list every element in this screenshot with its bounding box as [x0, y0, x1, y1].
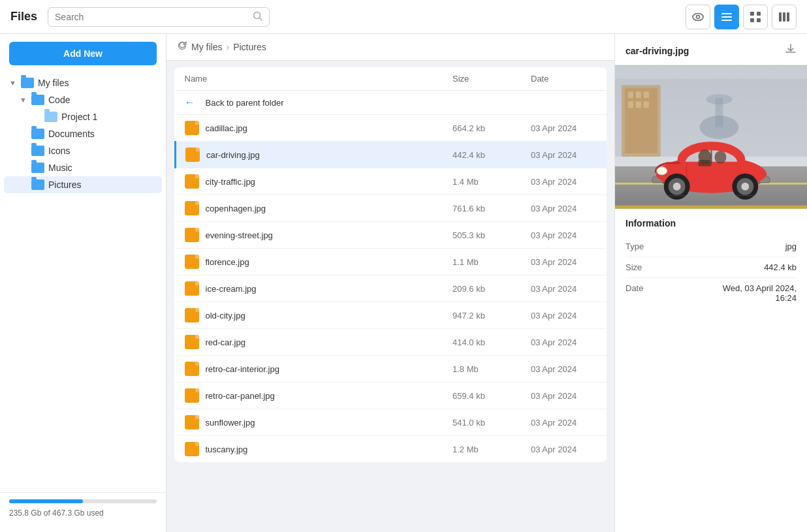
- svg-rect-7: [750, 12, 754, 16]
- eye-view-button[interactable]: [686, 5, 710, 29]
- table-row[interactable]: red-car.jpg414.0 kb03 Apr 2024: [176, 329, 607, 356]
- file-name: ice-cream.jpg: [206, 284, 257, 294]
- file-name-cell: florence.jpg: [176, 249, 444, 275]
- search-icon: [253, 11, 262, 23]
- file-name: retro-car-panel.jpg: [206, 391, 275, 401]
- file-date: 03 Apr 2024: [522, 249, 607, 275]
- file-size: 1.8 Mb: [443, 356, 522, 383]
- detail-info-section: Information Type jpg Size 442.4 kb Date …: [615, 209, 807, 317]
- table-row[interactable]: sunflower.jpg541.0 kb03 Apr 2024: [176, 409, 607, 436]
- svg-rect-8: [757, 12, 761, 16]
- breadcrumb-bar: My files › Pictures: [166, 34, 614, 61]
- file-type-icon: [185, 255, 199, 269]
- info-date-row: Date Wed, 03 April 2024, 16:24: [625, 278, 797, 308]
- app-title: Files: [10, 10, 37, 23]
- svg-line-1: [260, 18, 262, 20]
- back-arrow-icon: ←: [185, 97, 195, 108]
- sidebar-item-music[interactable]: ▶ Music: [4, 159, 162, 176]
- col-date: Date: [522, 67, 607, 91]
- file-type-icon: [185, 201, 199, 215]
- chevron-down-icon: ▼: [9, 79, 17, 87]
- file-name: sunflower.jpg: [206, 418, 255, 428]
- main-panel: My files › Pictures Name Size Date: [166, 34, 614, 532]
- storage-label: 235.8 Gb of 467.3 Gb used: [9, 509, 104, 518]
- file-name-cell: sunflower.jpg: [176, 409, 444, 436]
- sidebar-item-my-files[interactable]: ▼ My files: [4, 74, 162, 91]
- columns-view-button[interactable]: [772, 5, 797, 29]
- file-name: florence.jpg: [206, 257, 249, 267]
- file-name: retro-car-interior.jpg: [206, 364, 279, 374]
- sidebar-item-label: Pictures: [48, 180, 82, 190]
- grid-view-button[interactable]: [743, 5, 768, 29]
- topbar: Files: [0, 0, 807, 34]
- detail-header: car-driving.jpg: [615, 34, 807, 65]
- svg-rect-22: [636, 101, 641, 108]
- file-date: 03 Apr 2024: [522, 436, 607, 463]
- sidebar-item-label: My files: [38, 78, 69, 88]
- svg-point-38: [741, 183, 749, 191]
- type-label: Type: [625, 242, 644, 251]
- table-row[interactable]: ice-cream.jpg209.6 kb03 Apr 2024: [176, 275, 607, 302]
- folder-icon: [31, 180, 44, 190]
- table-row[interactable]: old-city.jpg947.2 kb03 Apr 2024: [176, 302, 607, 329]
- file-table: Name Size Date ← Back to parent folder: [174, 67, 607, 462]
- table-row[interactable]: retro-car-panel.jpg659.4 kb03 Apr 2024: [176, 383, 607, 409]
- view-controls: [686, 5, 797, 29]
- file-size: 1.2 Mb: [443, 436, 522, 463]
- file-name: red-car.jpg: [206, 337, 245, 347]
- file-name-cell: ice-cream.jpg: [176, 275, 444, 302]
- file-type-icon: [185, 362, 199, 376]
- file-name-cell: car-driving.jpg: [176, 142, 444, 168]
- file-date: 03 Apr 2024: [522, 142, 607, 168]
- file-name: cadillac.jpg: [206, 123, 247, 133]
- file-size: 442.4 kb: [443, 142, 522, 168]
- svg-rect-23: [644, 101, 649, 108]
- file-name: evening-street.jpg: [206, 230, 273, 240]
- download-button[interactable]: [785, 43, 797, 58]
- sidebar-item-pictures[interactable]: ▶ Pictures: [4, 176, 162, 193]
- table-row[interactable]: car-driving.jpg442.4 kb03 Apr 2024: [176, 142, 607, 168]
- file-date: 03 Apr 2024: [522, 302, 607, 329]
- table-row[interactable]: copenhagen.jpg761.6 kb03 Apr 2024: [176, 195, 607, 222]
- list-view-button[interactable]: [714, 5, 739, 29]
- file-size: 947.2 kb: [443, 302, 522, 329]
- file-date: 03 Apr 2024: [522, 409, 607, 436]
- refresh-button[interactable]: [177, 40, 187, 54]
- sidebar-footer: 235.8 Gb of 467.3 Gb used: [0, 492, 166, 524]
- sidebar-item-documents[interactable]: ▶ Documents: [4, 125, 162, 142]
- file-type-icon: [185, 308, 199, 322]
- table-row[interactable]: florence.jpg1.1 Mb03 Apr 2024: [176, 249, 607, 275]
- table-row[interactable]: cadillac.jpg664.2 kb03 Apr 2024: [176, 115, 607, 142]
- info-size-row: Size 442.4 kb: [625, 257, 797, 278]
- folder-icon: [31, 129, 44, 139]
- file-size: 414.0 kb: [443, 329, 522, 356]
- folder-icon: [31, 163, 44, 173]
- file-type-icon: [185, 388, 199, 403]
- table-row[interactable]: evening-street.jpg505.3 kb03 Apr 2024: [176, 222, 607, 249]
- svg-rect-13: [787, 12, 789, 22]
- table-row[interactable]: tuscany.jpg1.2 Mb03 Apr 2024: [176, 436, 607, 463]
- file-name-cell: cadillac.jpg: [176, 115, 444, 142]
- back-to-parent-row[interactable]: ← Back to parent folder: [176, 91, 607, 115]
- svg-rect-11: [779, 12, 782, 22]
- sidebar-item-project1[interactable]: ▶ Project 1: [4, 108, 162, 125]
- sidebar-item-label: Documents: [48, 129, 95, 139]
- file-name-cell: old-city.jpg: [176, 302, 444, 329]
- sidebar-item-code[interactable]: ▼ Code: [4, 91, 162, 108]
- breadcrumb-root[interactable]: My files: [191, 42, 222, 52]
- folder-icon: [44, 112, 57, 122]
- file-list-wrapper: Name Size Date ← Back to parent folder: [166, 61, 614, 532]
- table-row[interactable]: city-traffic.jpg1.4 Mb03 Apr 2024: [176, 168, 607, 195]
- file-date: 03 Apr 2024: [522, 222, 607, 249]
- back-label: Back to parent folder: [206, 98, 284, 108]
- sidebar-item-icons[interactable]: ▶ Icons: [4, 142, 162, 159]
- file-name: car-driving.jpg: [206, 150, 260, 160]
- file-date: 03 Apr 2024: [522, 275, 607, 302]
- search-input[interactable]: [55, 12, 249, 22]
- table-row[interactable]: retro-car-interior.jpg1.8 Mb03 Apr 2024: [176, 356, 607, 383]
- file-name-cell: city-traffic.jpg: [176, 168, 444, 195]
- file-name: tuscany.jpg: [206, 445, 248, 454]
- detail-filename: car-driving.jpg: [625, 46, 689, 56]
- search-wrapper: [48, 7, 270, 27]
- add-new-button[interactable]: Add New: [9, 42, 157, 65]
